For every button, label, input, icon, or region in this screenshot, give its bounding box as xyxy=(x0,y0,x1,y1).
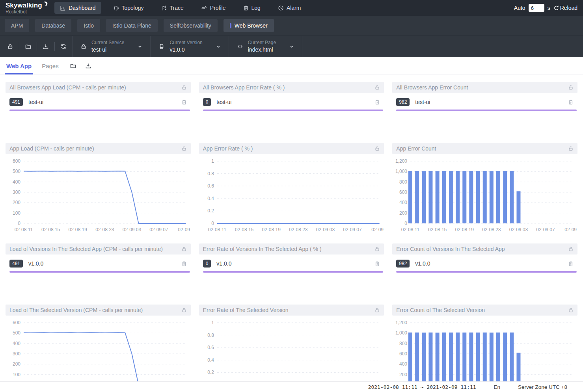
metric-progress-bar xyxy=(9,110,190,111)
tab-pages[interactable]: Pages xyxy=(42,57,59,74)
folder-button[interactable] xyxy=(19,43,37,50)
svg-text:0.8: 0.8 xyxy=(207,171,214,176)
toolbar-selectors: Current Service test-ui Current Version … xyxy=(72,36,302,57)
current-version-selector[interactable]: Current Version v1.0.0 xyxy=(150,36,228,57)
svg-text:1: 1 xyxy=(211,158,214,164)
unlock-icon[interactable] xyxy=(181,307,187,313)
chart-canvas[interactable]: 00.20.40.60.8102-08 1102-08 1502-08 1902… xyxy=(199,156,384,234)
chart-card-error-rate-of-the-selected-version: Error Rate of The Selected Version 00.20… xyxy=(199,305,384,392)
lock-button[interactable] xyxy=(2,43,19,50)
metric-entry[interactable]: 982 test-ui xyxy=(392,93,577,110)
unlock-icon[interactable] xyxy=(374,85,380,90)
download-button[interactable] xyxy=(85,63,91,69)
clipboard-icon[interactable] xyxy=(374,261,380,267)
chevron-down-icon xyxy=(216,44,221,49)
unlock-icon[interactable] xyxy=(374,307,380,313)
unlock-icon[interactable] xyxy=(568,307,574,313)
clipboard-icon[interactable] xyxy=(568,261,574,267)
metric-entry[interactable]: 0 v1.0.0 xyxy=(199,255,384,271)
svg-text:100: 100 xyxy=(13,372,20,377)
clipboard-icon[interactable] xyxy=(374,99,380,105)
reload-button[interactable]: Reload xyxy=(553,5,577,11)
endpoint-tab-database[interactable]: Database xyxy=(35,19,71,32)
lock-icon xyxy=(7,43,13,50)
unlock-icon[interactable] xyxy=(568,246,574,252)
svg-text:02-08 15: 02-08 15 xyxy=(235,227,254,232)
tab-label: Web App xyxy=(6,63,32,69)
subtab-icons xyxy=(70,63,91,69)
main-nav: DashboardTopologyTraceProfileLogAlarm xyxy=(54,2,306,14)
nav-item-trace[interactable]: Trace xyxy=(156,2,189,14)
endpoint-tab-istio-data-plane[interactable]: Istio Data Plane xyxy=(106,19,158,32)
metric-name: v1.0.0 xyxy=(28,260,176,267)
chart-canvas[interactable]: 00.20.40.60.8102-08 1102-08 1502-08 1902… xyxy=(199,317,384,392)
metric-entry[interactable]: 491 test-ui xyxy=(6,93,191,110)
metric-entry[interactable]: 0 test-ui xyxy=(199,93,384,110)
clipboard-icon[interactable] xyxy=(181,99,187,105)
unlock-icon[interactable] xyxy=(568,85,574,90)
svg-text:800: 800 xyxy=(399,341,407,346)
footer: 2021-02-08 11:11 ~ 2021-02-09 11:11 En S… xyxy=(0,381,583,392)
svg-text:1,000: 1,000 xyxy=(395,330,407,336)
auto-refresh-input[interactable] xyxy=(529,4,544,12)
time-range[interactable]: 2021-02-08 11:11 ~ 2021-02-09 11:11 xyxy=(368,384,476,390)
svg-text:200: 200 xyxy=(399,372,407,377)
metric-entry[interactable]: 982 v1.0.0 xyxy=(392,255,577,271)
unlock-icon[interactable] xyxy=(181,146,187,151)
svg-text:02-08 23: 02-08 23 xyxy=(95,227,114,232)
folder-button[interactable] xyxy=(70,63,76,69)
endpoint-tabs: APMDatabaseIstioIstio Data PlaneSelfObse… xyxy=(0,16,583,35)
device-icon xyxy=(158,43,165,50)
clipboard-icon[interactable] xyxy=(568,99,574,105)
nav-item-topology[interactable]: Topology xyxy=(108,2,149,14)
chart-canvas[interactable]: 02004006008001,0001,20002-08 1102-08 150… xyxy=(392,317,577,392)
svg-text:600: 600 xyxy=(399,189,407,195)
endpoint-tab-istio[interactable]: Istio xyxy=(77,19,100,32)
endpoint-tab-selfobservability[interactable]: SelfObservability xyxy=(164,19,218,32)
unlock-icon[interactable] xyxy=(374,246,380,252)
clipboard-icon[interactable] xyxy=(181,261,187,267)
svg-text:0.4: 0.4 xyxy=(207,196,214,201)
nav-item-label: Topology xyxy=(122,5,144,11)
svg-text:02-09 03: 02-09 03 xyxy=(123,227,142,232)
selector-value: v1.0.0 xyxy=(169,46,202,54)
svg-text:0.6: 0.6 xyxy=(207,345,214,350)
trace-icon xyxy=(161,5,167,11)
chart-canvas[interactable]: 02004006008001,0001,20002-08 1102-08 150… xyxy=(392,156,577,234)
svg-text:500: 500 xyxy=(13,169,20,174)
current-service-selector[interactable]: Current Service test-ui xyxy=(72,36,150,57)
language-toggle[interactable]: En xyxy=(494,384,501,390)
nav-item-alarm[interactable]: Alarm xyxy=(272,2,307,14)
metric-card-all-browsers-app-error-count: All Browsers App Error Count 982 test-ui xyxy=(392,82,577,139)
unlock-icon[interactable] xyxy=(374,146,380,151)
current-page-selector[interactable]: Current Page index.html xyxy=(229,36,302,57)
chart-canvas[interactable]: 010020030040050060002-08 1102-08 1502-08… xyxy=(6,156,191,234)
svg-text:02-09 07: 02-09 07 xyxy=(343,227,362,232)
logo-text: Skywalking xyxy=(6,2,42,9)
unlock-icon[interactable] xyxy=(181,246,187,252)
endpoint-tab-apm[interactable]: APM xyxy=(5,19,29,32)
chevron-down-icon xyxy=(138,44,142,49)
download-button[interactable] xyxy=(37,43,54,50)
unlock-icon[interactable] xyxy=(181,85,187,90)
svg-text:1: 1 xyxy=(211,320,214,325)
refresh-button[interactable] xyxy=(55,43,72,50)
nav-item-log[interactable]: Log xyxy=(238,2,266,14)
card-header: App Load (CPM - calls per minute) xyxy=(6,143,191,154)
download-icon xyxy=(43,43,49,50)
metric-card-error-count-of-versions-in-the-selected-app: Error Count of Versions In The Selected … xyxy=(392,243,577,301)
refresh-icon xyxy=(60,43,67,50)
tab-web-app[interactable]: Web App xyxy=(6,57,32,74)
card-title: App Error Count xyxy=(396,145,436,152)
card-header: All Browsers App Error Count xyxy=(392,82,577,93)
endpoint-tab-web-browser[interactable]: Web Browser xyxy=(224,19,274,32)
chart-canvas[interactable]: 010020030040050060002-08 1102-08 1502-08… xyxy=(6,317,191,392)
svg-text:02-08 23: 02-08 23 xyxy=(482,227,501,232)
unlock-icon[interactable] xyxy=(568,146,574,151)
metric-entry[interactable]: 491 v1.0.0 xyxy=(6,255,191,271)
tab-label: Pages xyxy=(42,63,59,69)
nav-item-dashboard[interactable]: Dashboard xyxy=(54,2,101,14)
card-title: Error Rate of The Selected Version xyxy=(203,307,289,313)
nav-item-profile[interactable]: Profile xyxy=(196,2,231,14)
svg-text:500: 500 xyxy=(13,330,20,336)
